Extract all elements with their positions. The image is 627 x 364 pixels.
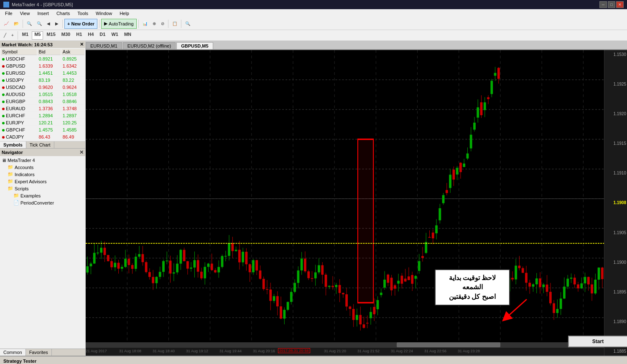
nav-item[interactable]: 📁 Expert Advisors: [0, 178, 85, 185]
svg-rect-95: [211, 263, 213, 270]
svg-rect-245: [470, 135, 472, 149]
indicators-btn[interactable]: 📊: [140, 19, 150, 29]
svg-rect-101: [221, 256, 224, 267]
zoom-out-btn[interactable]: 🔍: [35, 19, 44, 29]
nav-item[interactable]: 🖥 MetaTrader 4: [0, 157, 85, 164]
svg-rect-223: [432, 233, 434, 238]
new-chart-btn[interactable]: 📈: [2, 19, 11, 29]
tf-m5[interactable]: M5: [32, 31, 43, 40]
svg-rect-35: [107, 255, 110, 261]
svg-rect-251: [480, 102, 483, 115]
maximize-button[interactable]: □: [608, 1, 615, 8]
scroll-left-btn[interactable]: ◀: [45, 19, 52, 29]
market-watch-row[interactable]: EURJPY 120.21 120.25: [1, 120, 84, 126]
chart-tab-gbpusd-m5[interactable]: GBPUSD,M5: [176, 42, 213, 49]
tab-common[interactable]: Common: [0, 349, 26, 356]
tab-tick-chart[interactable]: Tick Chart: [26, 142, 54, 148]
chart-zoom-btn[interactable]: ⊕: [150, 19, 158, 29]
search-icon[interactable]: 🔍: [183, 19, 192, 29]
svg-rect-43: [121, 267, 123, 268]
market-watch-row[interactable]: EURGBP 0.8843 0.8846: [1, 99, 84, 105]
svg-rect-321: [601, 268, 604, 279]
tab-symbols[interactable]: Symbols: [0, 142, 26, 148]
tf-h4[interactable]: H4: [85, 31, 96, 40]
nav-item[interactable]: 📁 Examples: [0, 192, 85, 199]
svg-rect-165: [331, 286, 334, 287]
svg-rect-283: [535, 278, 538, 284]
chart-tab-eurusd-m2[interactable]: EURUSD,M2 (offline): [123, 42, 176, 49]
scroll-right-btn[interactable]: ▶: [53, 19, 61, 29]
tf-h1[interactable]: H1: [74, 31, 84, 40]
menu-tools[interactable]: Tools: [74, 10, 92, 17]
nav-item[interactable]: 📁 Scripts: [0, 185, 85, 192]
horizontal-scrollbar[interactable]: [86, 342, 604, 347]
svg-rect-119: [252, 260, 255, 272]
nav-item[interactable]: 📁 Indicators: [0, 171, 85, 178]
tf-d1[interactable]: D1: [97, 31, 108, 40]
menu-charts[interactable]: Charts: [53, 10, 73, 17]
crosshair-tool[interactable]: +: [9, 30, 16, 40]
nav-item[interactable]: 📁 Accounts: [0, 164, 85, 171]
tf-m15[interactable]: M15: [44, 31, 58, 40]
navigator-close[interactable]: ✕: [79, 149, 84, 155]
svg-rect-225: [435, 225, 438, 233]
start-button[interactable]: Start: [568, 336, 627, 347]
market-watch-row[interactable]: USDCHF 0.8921 0.8925: [1, 56, 84, 62]
root-icon: 🖥: [2, 158, 6, 163]
autotrading-button[interactable]: ▶ AutoTrading: [101, 19, 137, 29]
tf-w1[interactable]: W1: [109, 31, 121, 40]
col-ask: Ask: [61, 49, 84, 55]
menu-view[interactable]: View: [17, 10, 33, 17]
market-watch-row[interactable]: EURUSD 1.4451 1.4453: [1, 70, 84, 76]
nav-item[interactable]: 📄 PeriodConverter: [0, 199, 85, 206]
menu-insert[interactable]: Insert: [34, 10, 52, 17]
market-watch-row[interactable]: EURCHF 1.2894 1.2897: [1, 113, 84, 119]
market-watch-row[interactable]: EURAUD 1.3736 1.3748: [1, 106, 84, 112]
svg-rect-297: [560, 298, 562, 309]
annotation-line2: اصبح كل دقيقتين: [441, 292, 504, 301]
svg-rect-65: [159, 272, 161, 277]
strategy-tester-panel: Strategy Tester ✕ Expert Advisor 2 MA Cr…: [0, 356, 627, 364]
close-button[interactable]: ✕: [616, 1, 624, 8]
minimize-button[interactable]: ─: [599, 1, 607, 8]
new-order-button[interactable]: + New Order: [64, 19, 97, 29]
svg-rect-51: [135, 257, 137, 269]
strategy-tester-close[interactable]: ✕: [619, 358, 624, 364]
market-watch-row[interactable]: GBPCHF 1.4575 1.4585: [1, 127, 84, 133]
new-order-icon: +: [67, 21, 70, 26]
market-watch-row[interactable]: USDJPY 83.19 83.22: [1, 77, 84, 83]
menu-help[interactable]: Help: [116, 10, 133, 17]
tf-m30[interactable]: M30: [59, 31, 73, 40]
market-watch-row[interactable]: CADJPY 86.43 86.49: [1, 134, 84, 140]
market-watch-row[interactable]: AUDUSD 1.0515 1.0518: [1, 91, 84, 98]
svg-rect-173: [345, 294, 348, 306]
svg-rect-75: [176, 264, 178, 273]
tab-favorites[interactable]: Favorites: [26, 349, 52, 356]
line-tool[interactable]: ╱: [2, 30, 8, 40]
autotrading-icon: ▶: [104, 21, 107, 26]
svg-rect-83: [190, 268, 192, 269]
svg-rect-199: [390, 278, 393, 290]
svg-rect-313: [587, 277, 590, 284]
open-btn[interactable]: 📂: [12, 19, 21, 29]
template-btn[interactable]: 📋: [170, 19, 179, 29]
tf-m1[interactable]: M1: [20, 31, 31, 40]
svg-rect-175: [349, 306, 352, 309]
market-watch-close[interactable]: ✕: [80, 42, 84, 47]
market-watch-row[interactable]: GBPUSD 1.6339 1.6342: [1, 63, 84, 69]
navigator-tabs: Common Favorites: [0, 349, 85, 356]
market-watch-row[interactable]: USDCAD 0.9620 0.9624: [1, 84, 84, 91]
market-watch-table: Symbol Bid Ask USDCHF 0.8921 0.8925 GBPU…: [0, 48, 85, 141]
zoom-in-btn[interactable]: 🔍: [25, 19, 34, 29]
svg-rect-41: [117, 263, 120, 268]
tf-mn[interactable]: MN: [122, 31, 134, 40]
menu-window[interactable]: Window: [92, 10, 115, 17]
chart-tab-eurusd-m1[interactable]: EURUSD,M1: [86, 42, 122, 49]
main-area: Market Watch: 16:24:53 ✕ Symbol Bid Ask …: [0, 41, 627, 356]
svg-rect-189: [373, 307, 375, 314]
menu-file[interactable]: File: [2, 10, 16, 17]
market-watch-tabs: Symbols Tick Chart: [0, 142, 85, 149]
svg-rect-109: [235, 250, 237, 251]
svg-rect-93: [207, 263, 210, 267]
chart-properties-btn[interactable]: ⊘: [159, 19, 166, 29]
